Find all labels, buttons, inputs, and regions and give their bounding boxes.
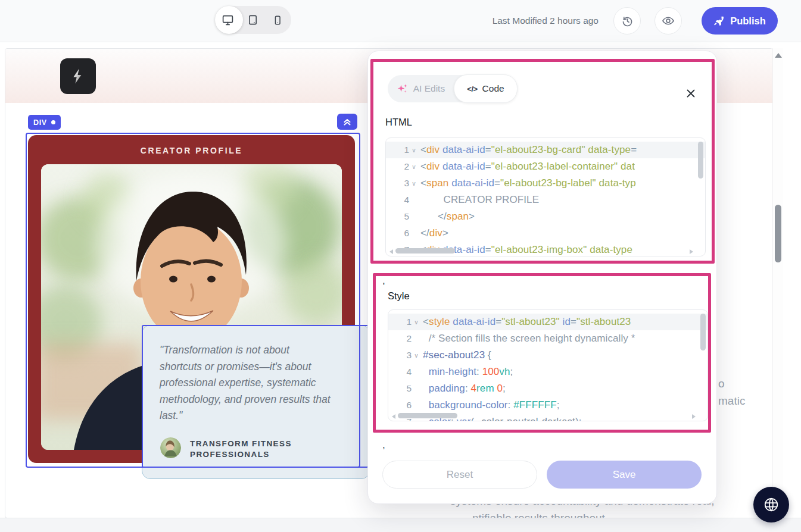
code-token: #sec-about23 (423, 349, 485, 361)
testimonial-avatar (160, 437, 181, 458)
code-line[interactable]: 1v<style data-ai-id="stl-about23" id="st… (388, 314, 708, 330)
code-token: "stl-about23 (576, 316, 631, 327)
panel-tabs: AI Edits </> Code (388, 75, 518, 102)
html-code-editor[interactable]: 1v<div data-ai-id="el-about23-bg-card" d… (385, 137, 706, 256)
code-token: 0 (497, 383, 503, 394)
code-token: "stl-about23" (501, 316, 559, 327)
top-toolbar: Last Modified 2 hours ago Publish (0, 0, 801, 42)
tab-ai-edits[interactable]: AI Edits (388, 75, 454, 102)
code-token: #FFFFFF (513, 399, 556, 411)
code-token: span (447, 211, 469, 222)
history-button[interactable] (613, 7, 641, 35)
code-token: ; (503, 383, 506, 394)
code-token: data-typ (599, 177, 636, 189)
device-switcher (215, 6, 291, 34)
tab-code[interactable]: </> Code (454, 74, 518, 103)
fold-arrow-icon[interactable]: v (413, 319, 419, 326)
fold-arrow-icon[interactable]: v (411, 147, 417, 154)
code-token: id (563, 316, 571, 327)
code-token (420, 211, 438, 222)
code-token: vh (499, 366, 510, 377)
code-line[interactable]: 3v<span data-ai-id="el-about23-bg-label"… (386, 175, 705, 192)
code-token: ; (510, 366, 513, 377)
code-text: padding: 4rem 0; (423, 383, 506, 395)
code-text: background-color: #FFFFFF; (423, 399, 560, 411)
code-horizontal-scrollbar[interactable] (389, 248, 693, 254)
code-line[interactable]: 4 CREATOR PROFILE (386, 192, 705, 208)
testimonial-card[interactable]: "Transformation is not about shortcuts o… (142, 325, 370, 479)
code-token: > (469, 211, 475, 222)
save-button[interactable]: Save (547, 461, 702, 489)
code-line[interactable]: 5 </span> (386, 208, 705, 225)
publish-button[interactable]: Publish (702, 7, 778, 35)
code-token: = (485, 161, 491, 172)
code-text: /* Section fills the screen height dynam… (423, 333, 635, 345)
separator-text: , (382, 275, 385, 287)
site-logo[interactable] (60, 58, 96, 94)
tab-ai-edits-label: AI Edits (413, 83, 445, 94)
code-token: 4 (471, 383, 477, 394)
separator-text: , (382, 439, 385, 451)
html-section-title: HTML (385, 117, 412, 128)
code-token: data-ai-id (442, 144, 485, 155)
code-token (423, 366, 429, 377)
fold-arrow-icon[interactable]: v (413, 352, 419, 359)
code-token: < (420, 144, 426, 155)
tablet-icon (247, 14, 258, 26)
code-text: </div> (420, 227, 448, 239)
code-line[interactable]: 1v<div data-ai-id="el-about23-bg-card" d… (386, 142, 705, 158)
code-token: data-ai-id (451, 177, 494, 189)
globe-icon (762, 496, 780, 514)
scrollbar-thumb[interactable] (775, 205, 781, 262)
testimonial-attribution: TRANSFORM FITNESS PROFESSIONALS (190, 439, 292, 459)
code-token: "el-about23-label-container" (491, 161, 618, 172)
code-vertical-scrollbar[interactable] (698, 142, 703, 246)
code-line[interactable]: 5 padding: 4rem 0; (388, 380, 708, 397)
lightning-icon (69, 67, 87, 85)
code-line[interactable]: 6 background-color: #FFFFFF; (388, 397, 708, 414)
code-token: div (426, 144, 440, 155)
code-token: = (495, 316, 501, 327)
code-vertical-scrollbar[interactable] (700, 314, 706, 411)
device-tablet-button[interactable] (240, 6, 265, 34)
code-line[interactable]: 6</div> (386, 225, 705, 242)
collapse-button[interactable] (337, 114, 357, 130)
code-line[interactable]: 3v#sec-about23 { (388, 347, 708, 364)
code-token: data-type (588, 144, 631, 155)
close-panel-button[interactable] (684, 87, 697, 100)
code-line[interactable]: 2 /* Section fills the screen height dyn… (388, 330, 708, 347)
line-number: 1v (388, 317, 423, 327)
code-token: CREATOR PROFILE (420, 194, 539, 205)
device-desktop-button[interactable] (215, 6, 240, 34)
code-token: = (571, 316, 576, 327)
page-text-fragment: matic (718, 395, 745, 408)
reset-button[interactable]: Reset (382, 461, 537, 489)
selected-dot-icon (51, 120, 55, 124)
panel-actions: Reset Save (382, 461, 702, 489)
style-code-editor[interactable]: 1v<style data-ai-id="stl-about23" id="st… (388, 309, 708, 421)
code-horizontal-scrollbar[interactable] (392, 413, 696, 419)
code-token: </ (420, 227, 429, 239)
code-text: min-height: 100vh; (423, 366, 513, 378)
code-token: { (488, 349, 491, 361)
code-text: <div data-ai-id="el-about23-bg-card" dat… (420, 144, 637, 156)
fold-arrow-icon[interactable]: v (411, 180, 417, 187)
preview-button[interactable] (654, 7, 682, 35)
desktop-icon (222, 14, 234, 26)
line-number: 3v (388, 350, 423, 361)
code-token: span (426, 177, 448, 189)
code-token: div (429, 227, 442, 239)
selected-element-badge[interactable]: DIV (28, 115, 61, 130)
globe-button[interactable] (753, 487, 789, 522)
code-token: "el-about23-bg-card" (491, 144, 585, 155)
publish-label: Publish (730, 15, 766, 27)
style-highlight-frame: , Style 1v<style data-ai-id="stl-about23… (373, 273, 711, 433)
html-highlight-frame: AI Edits </> Code HTML 1v<div data-ai-id… (370, 59, 715, 264)
device-mobile-button[interactable] (265, 6, 290, 34)
code-line[interactable]: 2v<div data-ai-id="el-about23-label-cont… (386, 158, 705, 175)
code-token: /* Section fills the screen height dynam… (423, 333, 635, 344)
code-line[interactable]: 4 min-height: 100vh; (388, 364, 708, 380)
fold-arrow-icon[interactable]: v (411, 164, 417, 170)
line-number: 1v (386, 145, 420, 155)
scroll-up-arrow[interactable] (775, 53, 782, 58)
